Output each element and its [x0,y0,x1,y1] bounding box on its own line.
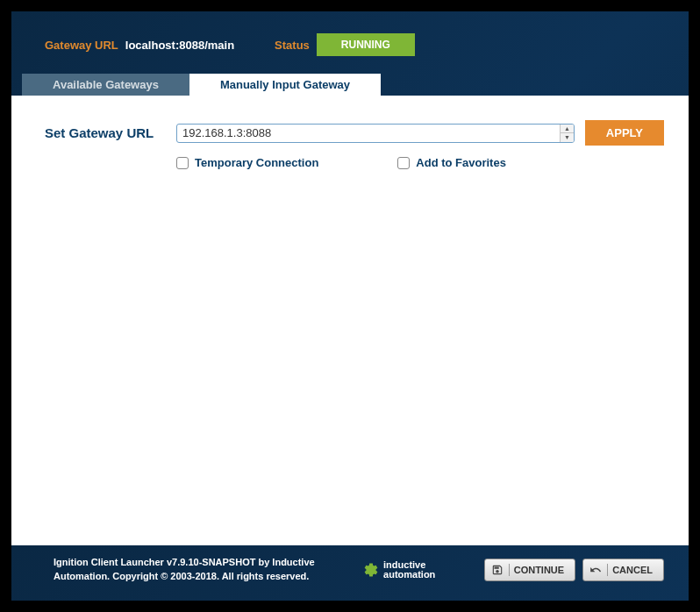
continue-button[interactable]: CONTINUE [484,559,575,581]
tabs-row: Available Gateways Manually Input Gatewa… [11,74,689,96]
footer-logo: inductive automation [363,560,435,580]
add-to-favorites-checkbox[interactable]: Add to Favorites [397,156,506,169]
copyright-line-2: Automation. Copyright © 2003-2018. All r… [54,570,315,583]
footer-bar: Ignition Client Launcher v7.9.10-SNAPSHO… [11,545,689,601]
checkbox-icon [397,157,410,169]
gateway-url-label: Gateway URL [45,39,118,52]
logo-text-2: automation [383,570,435,580]
checkbox-icon [176,157,189,169]
status-badge: RUNNING [317,33,415,56]
url-input-wrapper: ▲ ▼ [176,124,575,143]
cancel-button-label: CANCEL [612,565,653,575]
logo-text: inductive automation [383,560,435,580]
header-bar: Gateway URL localhost:8088/main Status R… [11,11,689,74]
gateway-url-value: localhost:8088/main [125,39,234,52]
temporary-connection-label: Temporary Connection [195,156,318,169]
checkbox-row: Temporary Connection Add to Favorites [45,156,664,169]
divider-icon [607,564,608,576]
logo-text-1: inductive [383,560,435,570]
apply-button-label: APPLY [606,126,643,139]
gear-icon [363,562,379,578]
gateway-url-input[interactable] [176,124,575,143]
spinner-up-icon[interactable]: ▲ [561,125,574,134]
content-panel: Set Gateway URL ▲ ▼ APPLY Temporary Conn… [11,96,689,545]
gateway-url-row: Set Gateway URL ▲ ▼ APPLY [45,120,664,146]
save-icon [490,563,504,577]
cancel-button[interactable]: CANCEL [582,559,664,581]
copyright-line-1: Ignition Client Launcher v7.9.10-SNAPSHO… [54,556,315,569]
apply-button[interactable]: APPLY [585,120,664,146]
footer-buttons: CONTINUE CANCEL [484,559,664,581]
status-label: Status [275,39,310,52]
tab-available-gateways[interactable]: Available Gateways [22,74,189,96]
temporary-connection-checkbox[interactable]: Temporary Connection [176,156,318,169]
spinner-buttons: ▲ ▼ [560,125,574,142]
spinner-down-icon[interactable]: ▼ [561,133,574,142]
divider-icon [509,564,510,576]
add-to-favorites-label: Add to Favorites [416,156,506,169]
tab-label: Available Gateways [53,78,159,91]
outer-frame: Gateway URL localhost:8088/main Status R… [0,0,700,612]
tab-label: Manually Input Gateway [220,78,350,91]
footer-copyright: Ignition Client Launcher v7.9.10-SNAPSHO… [54,556,315,583]
tab-manually-input-gateway[interactable]: Manually Input Gateway [189,74,381,96]
set-gateway-url-label: Set Gateway URL [45,125,166,140]
continue-button-label: CONTINUE [514,565,564,575]
app-window: Gateway URL localhost:8088/main Status R… [11,11,689,601]
back-arrow-icon [589,563,603,577]
